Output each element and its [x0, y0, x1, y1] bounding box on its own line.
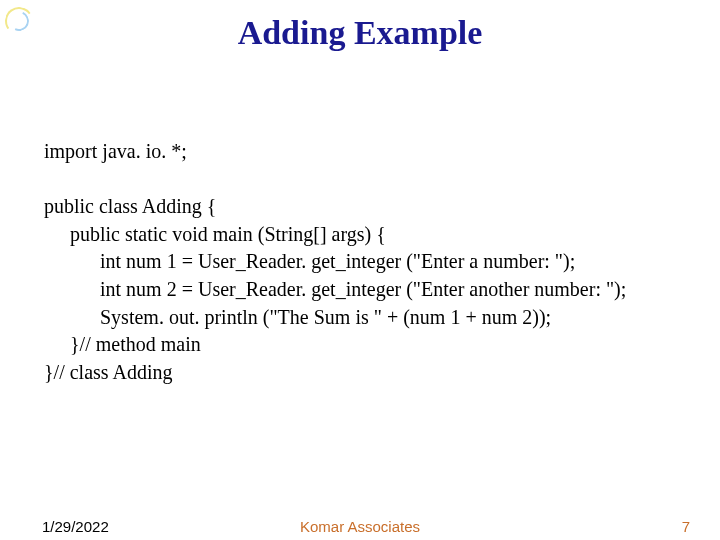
corner-decoration [3, 5, 35, 37]
code-line: public static void main (String[] args) … [44, 221, 626, 249]
code-blank [44, 166, 626, 194]
code-line: int num 1 = User_Reader. get_integer ("E… [44, 248, 626, 276]
code-line: public class Adding { [44, 193, 626, 221]
footer-page-number: 7 [682, 518, 690, 535]
code-line: import java. io. *; [44, 138, 626, 166]
slide-title: Adding Example [0, 0, 720, 52]
code-line: int num 2 = User_Reader. get_integer ("E… [44, 276, 626, 304]
footer-center: Komar Associates [0, 518, 720, 535]
code-block: import java. io. *; public class Adding … [44, 138, 626, 386]
code-line: System. out. println ("The Sum is " + (n… [44, 304, 626, 332]
code-line: }// method main [44, 331, 626, 359]
code-line: }// class Adding [44, 359, 626, 387]
